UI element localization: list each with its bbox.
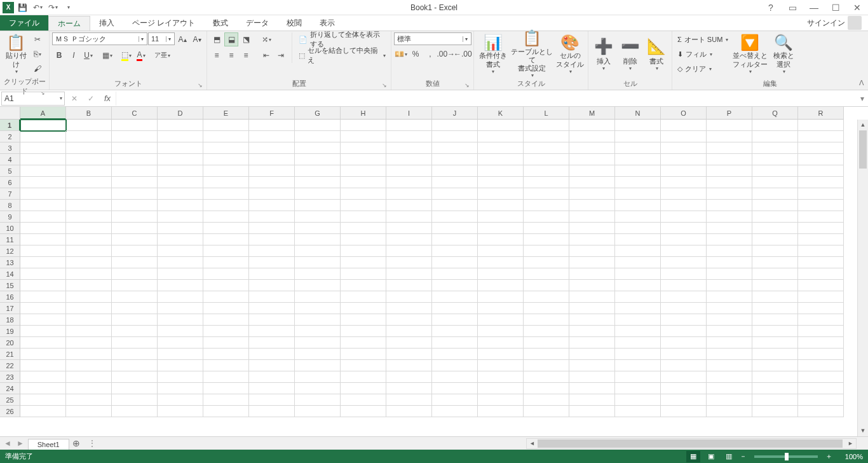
- cell[interactable]: [432, 349, 478, 360]
- cell[interactable]: [478, 131, 524, 142]
- cell[interactable]: [341, 142, 386, 154]
- cell[interactable]: [203, 371, 249, 383]
- column-header[interactable]: B: [66, 107, 112, 120]
- cell[interactable]: [432, 326, 478, 337]
- delete-cells-button[interactable]: ➖削除▾: [618, 32, 643, 74]
- cell[interactable]: [707, 257, 752, 268]
- cell[interactable]: [752, 326, 798, 337]
- sign-in[interactable]: サインイン: [801, 15, 868, 31]
- cell[interactable]: [661, 314, 707, 326]
- cell[interactable]: [112, 200, 158, 211]
- cell[interactable]: [752, 314, 798, 326]
- help-icon[interactable]: ?: [763, 1, 779, 15]
- cell[interactable]: [661, 268, 707, 280]
- cell[interactable]: [66, 360, 112, 371]
- cell[interactable]: [569, 177, 615, 188]
- tab-file[interactable]: ファイル: [0, 15, 48, 31]
- cell[interactable]: [158, 280, 203, 291]
- cut-icon[interactable]: ✂: [31, 32, 44, 46]
- cell[interactable]: [341, 234, 386, 245]
- cell[interactable]: [112, 257, 158, 268]
- cell[interactable]: [524, 326, 569, 337]
- cell[interactable]: [20, 200, 66, 211]
- cell[interactable]: [203, 188, 249, 200]
- cell[interactable]: [798, 245, 844, 257]
- cell[interactable]: [661, 337, 707, 349]
- horizontal-scrollbar[interactable]: ◄ ►: [526, 438, 857, 449]
- cell[interactable]: [158, 291, 203, 303]
- sheet-nav-next-icon[interactable]: ►: [17, 439, 24, 448]
- cell[interactable]: [798, 280, 844, 291]
- accounting-format-icon[interactable]: 💴▾: [394, 47, 408, 61]
- cell[interactable]: [478, 188, 524, 200]
- cell[interactable]: [386, 280, 432, 291]
- cell[interactable]: [524, 200, 569, 211]
- cell[interactable]: [158, 337, 203, 349]
- cell[interactable]: [112, 371, 158, 383]
- cell[interactable]: [661, 349, 707, 360]
- bold-button[interactable]: B: [52, 48, 66, 62]
- vertical-scrollbar[interactable]: ▲ ▼: [857, 120, 868, 436]
- cell[interactable]: [707, 234, 752, 245]
- cell[interactable]: [707, 268, 752, 280]
- cell[interactable]: [386, 154, 432, 165]
- cell[interactable]: [203, 268, 249, 280]
- cell[interactable]: [661, 188, 707, 200]
- cell[interactable]: [295, 360, 341, 371]
- formula-input[interactable]: [116, 92, 857, 106]
- cell[interactable]: [112, 314, 158, 326]
- page-break-view-icon[interactable]: ▥: [722, 451, 736, 462]
- cell[interactable]: [386, 291, 432, 303]
- font-name-combo[interactable]: ＭＳ Ｐゴシック▾: [52, 32, 147, 45]
- cell[interactable]: [524, 177, 569, 188]
- cell[interactable]: [615, 234, 661, 245]
- cell[interactable]: [661, 326, 707, 337]
- cell[interactable]: [478, 257, 524, 268]
- scroll-right-icon[interactable]: ►: [845, 440, 856, 446]
- cell[interactable]: [661, 303, 707, 314]
- cell[interactable]: [249, 211, 295, 223]
- cell[interactable]: [249, 406, 295, 417]
- cell[interactable]: [203, 223, 249, 234]
- cell[interactable]: [752, 268, 798, 280]
- row-header[interactable]: 11: [0, 234, 20, 245]
- cell[interactable]: [798, 291, 844, 303]
- cell[interactable]: [203, 142, 249, 154]
- cell[interactable]: [661, 234, 707, 245]
- cell[interactable]: [615, 165, 661, 177]
- scroll-left-icon[interactable]: ◄: [527, 440, 538, 446]
- cell[interactable]: [295, 188, 341, 200]
- cell[interactable]: [478, 291, 524, 303]
- name-box[interactable]: A1▾: [1, 92, 65, 106]
- cell[interactable]: [798, 349, 844, 360]
- orientation-icon[interactable]: ⤮▾: [259, 32, 273, 46]
- column-header[interactable]: P: [707, 107, 752, 120]
- cell[interactable]: [661, 211, 707, 223]
- cell[interactable]: [203, 406, 249, 417]
- cell[interactable]: [569, 234, 615, 245]
- cell[interactable]: [20, 406, 66, 417]
- cell[interactable]: [615, 142, 661, 154]
- cell[interactable]: [569, 383, 615, 394]
- find-select-button[interactable]: 🔍検索と 選択▾: [769, 32, 798, 74]
- cell[interactable]: [432, 234, 478, 245]
- underline-button[interactable]: U▾: [81, 48, 95, 62]
- cell[interactable]: [432, 165, 478, 177]
- cell[interactable]: [707, 245, 752, 257]
- cell[interactable]: [66, 188, 112, 200]
- cell[interactable]: [798, 223, 844, 234]
- column-header[interactable]: G: [295, 107, 341, 120]
- cell[interactable]: [203, 394, 249, 406]
- cell[interactable]: [386, 360, 432, 371]
- cell[interactable]: [295, 120, 341, 131]
- cell[interactable]: [798, 188, 844, 200]
- normal-view-icon[interactable]: ▦: [686, 451, 700, 462]
- cell[interactable]: [661, 406, 707, 417]
- cell[interactable]: [661, 120, 707, 131]
- cell[interactable]: [20, 142, 66, 154]
- cell[interactable]: [20, 245, 66, 257]
- cell[interactable]: [661, 223, 707, 234]
- cell[interactable]: [158, 383, 203, 394]
- cell[interactable]: [203, 291, 249, 303]
- cell[interactable]: [112, 154, 158, 165]
